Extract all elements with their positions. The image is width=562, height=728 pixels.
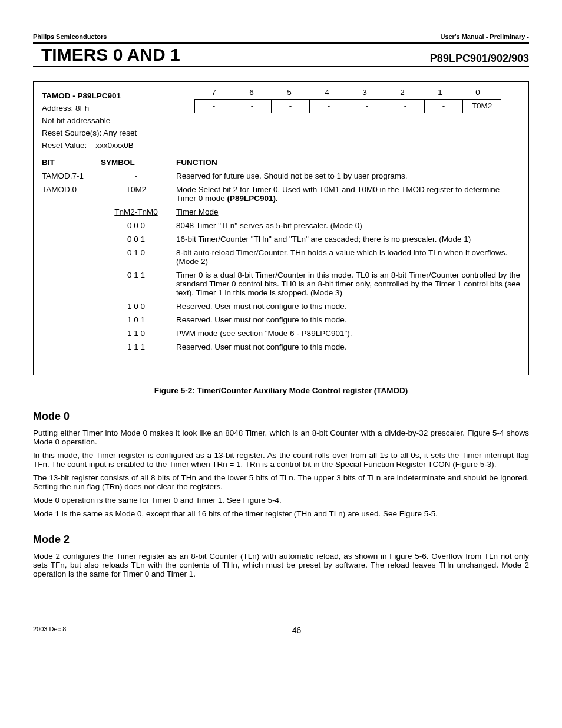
register-reset-source: Reset Source(s): Any reset: [42, 129, 171, 137]
title-bar: TIMERS 0 AND 1 P89LPC901/902/903: [33, 42, 529, 67]
running-header: Philips Semiconductors User's Manual - P…: [33, 33, 529, 40]
register-reset-value: Reset Value: xxx0xxx0B: [42, 141, 171, 150]
register-box: TAMOD - P89LPC901 Address: 8Fh Not bit a…: [33, 81, 529, 375]
register-addressable: Not bit addressable: [42, 116, 171, 125]
bit-cell: -: [233, 99, 272, 113]
header-left: Philips Semiconductors: [33, 33, 107, 40]
mode-row: 1 1 0PWM mode (see section "Mode 6 - P89…: [42, 329, 520, 338]
bit-row: TAMOD.0 T0M2 Mode Select bit 2 for Timer…: [42, 185, 520, 203]
bit-cell: -: [386, 99, 425, 113]
mode-row: 0 1 1Timer 0 is a dual 8-bit Timer/Count…: [42, 271, 520, 297]
mode-row: 0 0 116-bit Timer/Counter "THn" and "TLn…: [42, 235, 520, 243]
mode-row: 1 0 1Reserved. User must not configure t…: [42, 315, 520, 324]
body-text: Mode 0 operation is the same for Timer 0…: [33, 496, 529, 505]
part-number: P89LPC901/902/903: [430, 52, 529, 65]
bit-cell-row: - - - - - - - T0M2: [183, 99, 520, 113]
register-address: Address: 8Fh: [42, 104, 171, 113]
page-number: 46: [292, 625, 302, 635]
bit-cell: -: [348, 99, 386, 113]
body-text: In this mode, the Timer register is conf…: [33, 451, 529, 469]
bit-number-row: 7 6 5 4 3 2 1 0: [183, 88, 520, 97]
page-title: TIMERS 0 AND 1: [33, 45, 180, 65]
figure-caption: Figure 5-2: Timer/Counter Auxiliary Mode…: [33, 386, 529, 395]
bit-cell: -: [309, 99, 348, 113]
body-text: The 13-bit register consists of all 8 bi…: [33, 473, 529, 491]
page: Philips Semiconductors User's Manual - P…: [0, 0, 562, 653]
body-text: Mode 1 is the same as Mode 0, except tha…: [33, 509, 529, 518]
bit-cell: T0M2: [462, 99, 501, 113]
bit-cell: -: [271, 99, 310, 113]
section-heading-mode2: Mode 2: [33, 533, 529, 546]
mode-row: 0 0 08048 Timer "TLn" serves as 5-bit pr…: [42, 221, 520, 230]
mode-row: 0 1 08-bit auto-reload Timer/Counter. TH…: [42, 248, 520, 266]
header-right: User's Manual - Preliminary -: [440, 33, 529, 40]
body-text: Mode 2 configures the Timer register as …: [33, 552, 529, 578]
column-headers: BIT SYMBOL FUNCTION: [42, 158, 520, 167]
mode-header: TnM2-TnM0 Timer Mode: [42, 207, 520, 216]
body-text: Putting either Timer into Mode 0 makes i…: [33, 429, 529, 446]
footer-date: 2003 Dec 8: [33, 625, 66, 635]
mode-row: 1 0 0Reserved. User must not configure t…: [42, 302, 520, 311]
register-name: TAMOD - P89LPC901: [42, 91, 171, 100]
bit-cell: -: [194, 99, 233, 113]
footer: 2003 Dec 8 46 .: [33, 625, 529, 635]
bit-cell: -: [424, 99, 463, 113]
mode-row: 1 1 1Reserved. User must not configure t…: [42, 342, 520, 351]
section-heading-mode0: Mode 0: [33, 410, 529, 423]
bit-row: TAMOD.7-1 - Reserved for future use. Sho…: [42, 172, 520, 180]
